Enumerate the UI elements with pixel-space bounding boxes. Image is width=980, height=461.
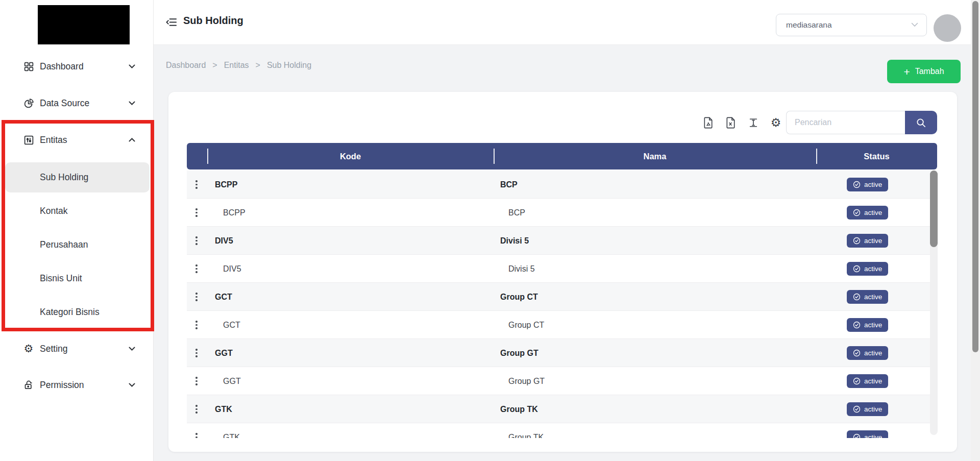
- table-scrollbar-thumb[interactable]: [930, 171, 938, 247]
- page-scrollbar-track[interactable]: [971, 0, 980, 461]
- row-actions-kebab-icon[interactable]: [191, 367, 202, 395]
- check-circle-icon: [853, 377, 861, 385]
- status-badge: active: [847, 178, 888, 191]
- table-scroll-area: Kode Nama Status BCPPBCPactiveBCPPBCPact…: [187, 143, 938, 438]
- sidebar-item-permission[interactable]: Permission: [0, 374, 154, 396]
- table-row: GTKGroup TKactive: [187, 423, 937, 438]
- sliders-icon: [22, 134, 35, 146]
- text-height-icon[interactable]: [747, 116, 760, 129]
- status-badge-label: active: [864, 293, 882, 301]
- plus-icon: +: [903, 66, 910, 77]
- status-badge-label: active: [864, 237, 882, 245]
- breadcrumb: Dashboard > Entitas > Sub Holding: [166, 61, 311, 70]
- subitem-label: Sub Holding: [40, 172, 88, 183]
- check-circle-icon: [853, 293, 861, 301]
- row-actions-kebab-icon[interactable]: [191, 171, 202, 199]
- row-actions-kebab-icon[interactable]: [191, 199, 202, 227]
- cell-kode: DIV5: [223, 255, 241, 283]
- subitem-label: Bisnis Unit: [40, 273, 82, 284]
- cell-kode: GTK: [223, 423, 240, 438]
- search-button[interactable]: [905, 111, 937, 134]
- search-icon: [916, 117, 926, 128]
- sidebar-item-setting[interactable]: ⚙︎ Setting: [0, 337, 154, 360]
- status-badge: active: [847, 402, 888, 416]
- cell-nama: Group CT: [508, 311, 544, 339]
- unlock-icon: [22, 379, 35, 391]
- status-badge: active: [847, 374, 888, 388]
- cell-kode: GGT: [223, 367, 241, 395]
- check-circle-icon: [853, 349, 861, 357]
- workspace-select[interactable]: mediasarana: [776, 14, 927, 36]
- page-scrollbar-thumb[interactable]: [972, 1, 978, 352]
- content-area: Dashboard > Entitas > Sub Holding + Tamb…: [154, 45, 971, 461]
- cell-nama: Group TK: [500, 395, 538, 423]
- status-badge: active: [847, 290, 888, 304]
- export-pdf-icon[interactable]: [702, 116, 715, 129]
- status-badge-label: active: [864, 405, 882, 413]
- row-actions-kebab-icon[interactable]: [191, 227, 202, 255]
- breadcrumb-separator: >: [256, 61, 260, 70]
- status-badge: active: [847, 234, 888, 248]
- gear-icon: ⚙︎: [22, 343, 35, 355]
- chevron-down-icon: [128, 345, 136, 353]
- app-logo: [38, 5, 130, 44]
- table-settings-gear-icon[interactable]: ⚙︎: [770, 116, 782, 129]
- check-circle-icon: [853, 209, 861, 216]
- sidebar-item-data-source[interactable]: Data Source: [0, 92, 154, 114]
- sidebar-subitem-bisnis-unit[interactable]: Bisnis Unit: [0, 267, 154, 289]
- status-badge-label: active: [864, 349, 882, 357]
- cell-nama: Group CT: [500, 283, 538, 311]
- sidebar-subitem-kategori-bisnis[interactable]: Kategori Bisnis: [0, 301, 154, 323]
- status-badge: active: [847, 206, 888, 220]
- cell-nama: BCP: [500, 171, 518, 199]
- app-root: Dashboard Data Source Entitas: [0, 0, 980, 461]
- row-actions-kebab-icon[interactable]: [191, 339, 202, 367]
- sidebar-item-entitas[interactable]: Entitas: [0, 129, 154, 151]
- sidebar-subitem-sub-holding[interactable]: Sub Holding: [0, 166, 154, 188]
- search-input[interactable]: [786, 111, 905, 134]
- table-scrollbar-track[interactable]: [930, 171, 938, 435]
- workspace-select-value: mediasarana: [786, 20, 832, 30]
- cell-nama: Group GT: [508, 367, 545, 395]
- row-actions-kebab-icon[interactable]: [191, 423, 202, 438]
- breadcrumb-dashboard[interactable]: Dashboard: [166, 61, 206, 70]
- status-badge-label: active: [864, 209, 882, 216]
- row-actions-kebab-icon[interactable]: [191, 311, 202, 339]
- status-badge: active: [847, 346, 888, 360]
- row-actions-kebab-icon[interactable]: [191, 283, 202, 311]
- check-circle-icon: [853, 237, 861, 245]
- cell-kode: GGT: [215, 339, 233, 367]
- status-badge: active: [847, 430, 888, 438]
- status-badge: active: [847, 262, 888, 276]
- subitem-label: Perusahaan: [40, 239, 88, 250]
- cell-nama: Divisi 5: [508, 255, 535, 283]
- status-badge-label: active: [864, 265, 882, 273]
- status-badge: active: [847, 318, 888, 332]
- breadcrumb-entitas[interactable]: Entitas: [224, 61, 249, 70]
- cell-nama: Group GT: [500, 339, 538, 367]
- table-card: ⚙︎ Kode Nama Status BCPPBCPactiveBCPPBCP…: [168, 92, 957, 452]
- export-excel-icon[interactable]: [725, 116, 737, 129]
- table-row: DIV5Divisi 5active: [187, 227, 937, 255]
- sidebar-item-label: Data Source: [40, 98, 89, 109]
- user-avatar[interactable]: [934, 14, 961, 42]
- sidebar-subitem-perusahaan[interactable]: Perusahaan: [0, 233, 154, 256]
- sidebar-collapse-icon[interactable]: [166, 16, 178, 29]
- add-tambah-button[interactable]: + Tambah: [887, 60, 961, 83]
- status-badge-label: active: [864, 433, 882, 438]
- cell-kode: DIV5: [215, 227, 233, 255]
- cell-nama: BCP: [508, 199, 525, 227]
- chevron-up-icon: [128, 136, 136, 144]
- table-row: GGTGroup GTactive: [187, 339, 937, 367]
- table-row: GCTGroup CTactive: [187, 283, 937, 311]
- subitem-label: Kategori Bisnis: [40, 307, 100, 318]
- top-header: Sub Holding mediasarana: [154, 0, 971, 45]
- sidebar-item-dashboard[interactable]: Dashboard: [0, 55, 154, 78]
- add-button-label: Tambah: [915, 67, 944, 76]
- row-actions-kebab-icon[interactable]: [191, 255, 202, 283]
- sidebar-subitem-kontak[interactable]: Kontak: [0, 200, 154, 222]
- pie-chart-icon: [22, 97, 35, 109]
- chevron-down-icon: [128, 381, 136, 389]
- row-actions-kebab-icon[interactable]: [191, 395, 202, 423]
- column-header-kode: Kode: [207, 143, 494, 169]
